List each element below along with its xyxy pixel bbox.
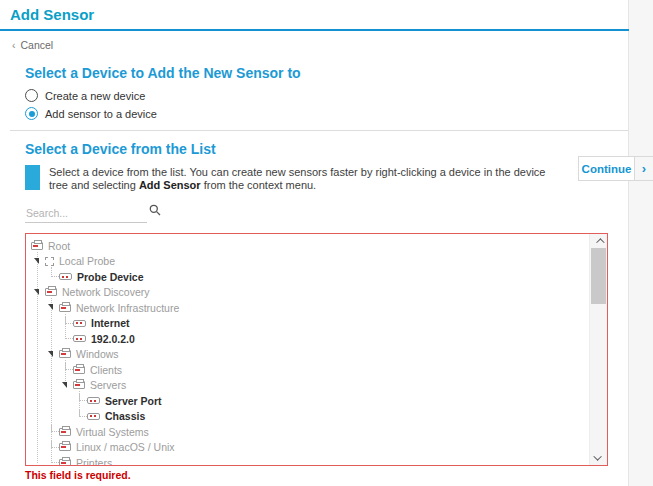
tree-node[interactable]: Network Infrastructure (26, 300, 607, 316)
tree-node[interactable]: Virtual Systems (26, 424, 607, 440)
radio-create-new-device[interactable]: Create a new device (25, 89, 145, 102)
tree-connector (79, 410, 87, 417)
tree-node[interactable]: Clients (26, 362, 607, 378)
tree-node-label: Virtual Systems (76, 426, 149, 438)
tree-node-label: Printers (76, 457, 112, 466)
tree-connector (65, 363, 73, 370)
tree-node[interactable]: Windows (26, 347, 607, 363)
info-text: Select a device from the list. You can c… (49, 165, 565, 192)
tree-node-label: Local Probe (59, 255, 115, 267)
tree-rows: RootLocal ProbeProbe DeviceNetwork Disco… (26, 238, 607, 466)
probe-icon (45, 257, 54, 266)
expander-icon[interactable] (62, 382, 67, 388)
device-icon (87, 413, 100, 420)
tree-node[interactable]: Local Probe (26, 254, 607, 270)
tree-connector (65, 317, 73, 324)
tree-node-label: Linux / macOS / Unix (76, 441, 175, 453)
group-icon (73, 366, 85, 374)
scroll-up-icon[interactable] (590, 234, 607, 248)
tree-node[interactable]: Linux / macOS / Unix (26, 440, 607, 456)
continue-button-group: Continue › (578, 156, 653, 181)
radio-icon[interactable] (25, 89, 38, 102)
tree-node[interactable]: Root (26, 238, 607, 254)
radio-icon[interactable] (25, 107, 38, 120)
search-input[interactable] (25, 205, 147, 223)
scrollbar[interactable] (589, 234, 607, 465)
tree-node-label: Windows (76, 348, 119, 360)
tree-node-label: Server Port (105, 395, 162, 407)
group-icon (59, 443, 71, 451)
validation-message: This field is required. (25, 469, 131, 481)
tree-connector (51, 425, 59, 432)
expander-icon[interactable] (48, 304, 53, 310)
info-square-icon (25, 165, 40, 190)
back-chevron-icon: ‹ (12, 39, 16, 51)
continue-button[interactable]: Continue (578, 156, 635, 181)
tree-node-label: 192.0.2.0 (91, 333, 135, 345)
tree-node[interactable]: 192.0.2.0 (26, 331, 607, 347)
page-title: Add Sensor (10, 6, 94, 23)
tree-node-label: Servers (90, 379, 126, 391)
search-field-wrap (25, 203, 147, 223)
tree-connector (51, 456, 59, 463)
device-tree[interactable]: RootLocal ProbeProbe DeviceNetwork Disco… (25, 233, 608, 466)
group-icon (45, 288, 57, 296)
tree-connector (65, 332, 73, 339)
title-underline (0, 29, 629, 31)
group-icon (59, 304, 71, 312)
tree-node[interactable]: Network Discovery (26, 285, 607, 301)
tree-node-label: Clients (90, 364, 122, 376)
group-icon (59, 350, 71, 358)
cancel-label: Cancel (21, 39, 54, 51)
continue-chevron-button[interactable]: › (635, 156, 653, 181)
group-icon (31, 242, 43, 250)
radio-label: Create a new device (45, 90, 145, 102)
device-icon (59, 273, 72, 280)
tree-node-label: Probe Device (77, 271, 144, 283)
cancel-button[interactable]: ‹Cancel (12, 39, 53, 51)
radio-label: Add sensor to a device (45, 108, 157, 120)
expander-icon[interactable] (34, 289, 39, 295)
tree-connector (51, 270, 59, 277)
group-icon (59, 428, 71, 436)
expander-icon[interactable] (34, 258, 39, 264)
tree-node-label: Internet (91, 317, 130, 329)
section-divider (10, 130, 628, 131)
device-icon (87, 397, 100, 404)
tree-connector (79, 394, 87, 401)
info-text-bold: Add Sensor (139, 179, 201, 191)
radio-add-sensor-to-device[interactable]: Add sensor to a device (25, 107, 157, 120)
device-choice-heading: Select a Device to Add the New Sensor to (25, 65, 301, 81)
info-text-suffix: from the context menu. (201, 179, 317, 191)
info-banner: Select a device from the list. You can c… (25, 165, 565, 192)
group-icon (73, 381, 85, 389)
scroll-down-icon[interactable] (590, 451, 607, 465)
tree-node-label: Chassis (105, 410, 145, 422)
tree-node[interactable]: Servers (26, 378, 607, 394)
tree-node-label: Network Infrastructure (76, 302, 179, 314)
search-icon[interactable] (149, 202, 161, 220)
tree-node-label: Root (48, 240, 70, 252)
tree-node[interactable]: Chassis (26, 409, 607, 425)
add-sensor-page: Add Sensor ‹Cancel Select a Device to Ad… (0, 0, 653, 486)
expander-icon[interactable] (48, 351, 53, 357)
tree-node[interactable]: Internet (26, 316, 607, 332)
tree-connector (51, 441, 59, 448)
tree-node[interactable]: Printers (26, 455, 607, 466)
device-list-heading: Select a Device from the List (25, 141, 216, 157)
right-side-rail (628, 0, 653, 486)
scrollbar-thumb[interactable] (591, 248, 606, 304)
device-icon (73, 335, 86, 342)
tree-node-label: Network Discovery (62, 286, 150, 298)
tree-node[interactable]: Server Port (26, 393, 607, 409)
device-icon (73, 320, 86, 327)
tree-node[interactable]: Probe Device (26, 269, 607, 285)
group-icon (59, 459, 71, 466)
